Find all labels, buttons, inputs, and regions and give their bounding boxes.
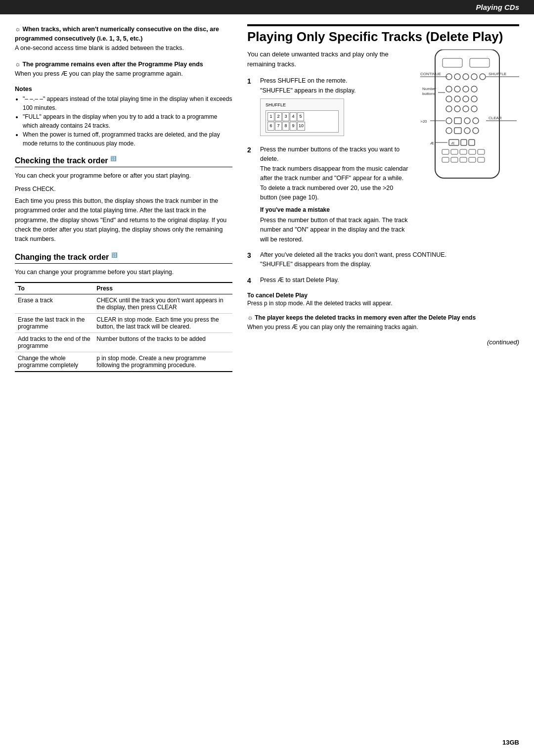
mistake-body: Press the number button of that track ag… [260,217,408,243]
tip2-title: The programme remains even after the Pro… [22,61,203,68]
svg-text:Æ: Æ [451,141,455,145]
table-cell-to: Add tracks to the end of the programme [15,333,93,352]
checking-title: Checking the track order 🔢 [15,156,232,167]
svg-point-9 [480,74,486,80]
tip1-title: When tracks, which aren't numerically co… [15,26,219,42]
svg-point-19 [446,96,452,102]
table-header-press: Press [93,283,232,294]
svg-point-20 [454,96,460,102]
checking-body1: You can check your programme before or a… [15,171,232,181]
table-cell-to: Change the whole programme completely [15,352,93,372]
changing-title: Changing the track order 🔢 [15,252,232,264]
tip-icon-1: ☼ [15,25,21,33]
step-4: 4 Press Æ to start Delete Play. [247,276,519,286]
svg-point-26 [471,106,477,112]
svg-point-35 [446,128,452,134]
svg-rect-36 [454,128,461,134]
right-column: Playing Only Specific Tracks (Delete Pla… [247,24,519,372]
table-cell-press: p in stop mode. Create a new programme f… [93,352,232,372]
svg-rect-2 [470,58,490,67]
step-4-content: Press Æ to start Delete Play. [260,276,519,286]
svg-text:CLEAR: CLEAR [489,116,502,120]
checking-press: Press CHECK. [15,185,232,194]
notes-title: Notes [15,86,232,93]
svg-text:>20: >20 [420,119,427,124]
tip1-body: A one-second access time blank is added … [15,45,184,51]
tip-icon-bottom: ☼ [247,314,253,321]
step-3-num: 3 [247,250,256,270]
right-content: CONTINUE SHUFFLE Number buttons [247,49,519,346]
step-3: 3 After you've deleted all the tracks yo… [247,250,519,270]
remote-svg: CONTINUE SHUFFLE Number buttons [420,49,519,203]
shuffle-display: SHUFFLE 1 2 3 4 5 [260,98,344,136]
page-title: Playing Only Specific Tracks (Delete Pla… [247,24,519,45]
svg-rect-50 [442,157,449,162]
svg-point-37 [464,128,470,134]
svg-text:buttons: buttons [422,92,435,96]
note-item: "FULL" appears in the display when you t… [23,112,232,130]
cancel-block: To cancel Delete Play Press p in stop mo… [247,292,519,307]
table-row: Erase a trackCHECK until the track you d… [15,294,232,314]
cancel-body: Press p in stop mode. All the deleted tr… [247,300,393,307]
tip-bottom-body: When you press Æ you can play only the r… [247,324,418,331]
svg-point-7 [463,74,469,80]
svg-point-16 [454,86,460,92]
remote-diagram: CONTINUE SHUFFLE Number buttons [420,49,519,204]
svg-text:CONTINUE: CONTINUE [420,72,441,76]
table-cell-to: Erase a track [15,294,93,314]
table-cell-press: Number buttons of the tracks to be added [93,333,232,352]
svg-rect-47 [460,149,467,154]
svg-rect-54 [478,157,485,162]
svg-point-15 [446,86,452,92]
svg-point-29 [446,118,452,124]
tip2-body: When you press Æ you can play the same p… [15,70,183,77]
table-header-to: To [15,283,93,294]
svg-text:Æ: Æ [430,141,434,145]
tip-consecutive-tracks: ☼ When tracks, which aren't numerically … [15,24,232,52]
mistake-title: If you've made a mistake [260,205,410,215]
cancel-title: To cancel Delete Play [247,292,519,299]
svg-text:SHUFFLE: SHUFFLE [489,72,506,76]
svg-rect-44 [469,140,475,145]
tip-icon-2: ☼ [15,60,21,68]
header-title: Playing CDs [476,3,519,11]
svg-rect-46 [451,149,458,154]
svg-point-25 [463,106,469,112]
svg-rect-53 [469,157,476,162]
tip-programme-remains: ☼ The programme remains even after the P… [15,59,232,79]
notes-list: "– –.– –" appears instead of the total p… [15,94,232,148]
note-item: When the power is turned off, programmed… [23,130,232,148]
svg-point-24 [454,106,460,112]
svg-point-22 [471,96,477,102]
svg-rect-48 [469,149,476,154]
changing-section: Changing the track order 🔢 You can chang… [15,252,232,373]
table-cell-to: Erase the last track in the programme [15,314,93,333]
checking-body3: Each time you press this button, the dis… [15,196,232,244]
svg-point-31 [464,118,470,124]
step-1-num: 1 [247,76,256,139]
svg-point-8 [471,74,477,80]
step-3-content: After you've deleted all the tracks you … [260,250,519,270]
svg-rect-45 [442,149,449,154]
notes-block: Notes "– –.– –" appears instead of the t… [15,86,232,148]
left-column: ☼ When tracks, which aren't numerically … [15,24,232,372]
track-order-table: To Press Erase a trackCHECK until the tr… [15,282,232,372]
checking-section: Checking the track order 🔢 You can check… [15,156,232,244]
step-4-num: 4 [247,276,256,286]
continued-label: (continued) [247,338,519,346]
svg-rect-51 [451,157,458,162]
note-item: "– –.– –" appears instead of the total p… [23,94,232,112]
svg-point-23 [446,106,452,112]
svg-rect-1 [443,58,462,67]
header-bar: Playing CDs [0,0,534,14]
svg-text:Number: Number [422,87,437,91]
svg-rect-0 [435,49,499,178]
step-1-content: Press SHUFFLE on the remote."SHUFFLE" ap… [260,76,410,139]
tip-delete-play: ☼ The player keeps the deleted tracks in… [247,313,519,331]
svg-rect-49 [478,149,485,154]
svg-rect-52 [460,157,467,162]
svg-point-21 [463,96,469,102]
svg-point-6 [454,74,460,80]
tip-bottom-title: The player keeps the deleted tracks in m… [255,314,476,321]
step-1: 1 Press SHUFFLE on the remote."SHUFFLE" … [247,76,410,139]
